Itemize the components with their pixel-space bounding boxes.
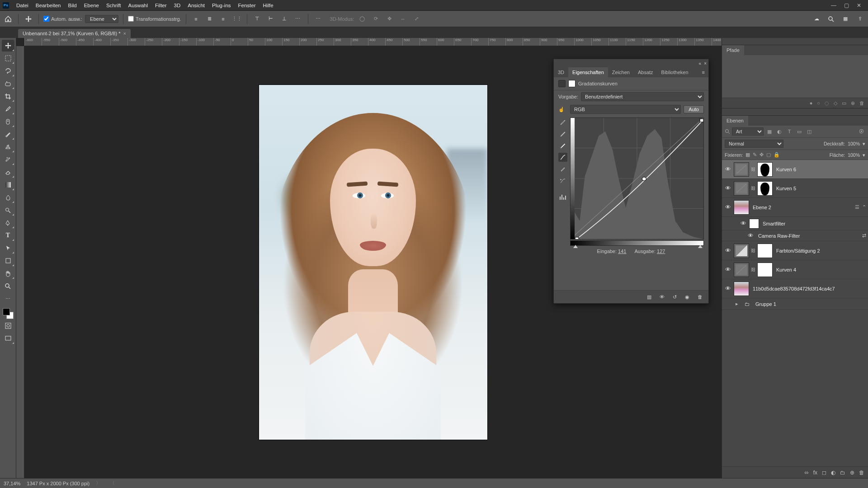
toggle-visibility-icon[interactable]: ◉ xyxy=(683,293,691,300)
vertical-ruler[interactable] xyxy=(16,46,24,478)
delete-path-icon[interactable]: 🗑 xyxy=(859,100,864,106)
auto-select-target[interactable]: Ebene xyxy=(85,15,118,23)
link-icon[interactable]: ⛓ xyxy=(751,248,755,253)
layer-thumbnail[interactable] xyxy=(734,162,749,177)
panel-titlebar[interactable]: « × xyxy=(554,59,708,67)
link-icon[interactable]: ⛓ xyxy=(751,167,755,172)
layer-thumbnail[interactable] xyxy=(734,263,749,277)
gradient-tool[interactable] xyxy=(2,179,14,191)
pan-3d-icon[interactable]: ✥ xyxy=(384,14,395,24)
filter-type-icon[interactable]: T xyxy=(785,128,793,135)
input-value[interactable]: 141 xyxy=(618,249,626,254)
zoom-level[interactable]: 37,14% xyxy=(4,481,20,486)
rectangle-tool[interactable] xyxy=(2,255,14,267)
lock-artboard-icon[interactable]: ▢ xyxy=(766,152,771,158)
hand-tool[interactable] xyxy=(2,267,14,279)
stroke-path-icon[interactable]: ○ xyxy=(817,100,820,106)
layer-name[interactable]: 11b0d5dcae835708d472fd3f14ca4c7 xyxy=(751,286,866,291)
channel-select[interactable]: RGB xyxy=(570,105,681,114)
menu-fenster[interactable]: Fenster xyxy=(235,3,259,8)
crop-tool[interactable] xyxy=(2,90,14,102)
close-button[interactable]: ✕ xyxy=(853,1,865,9)
brush-tool[interactable] xyxy=(2,128,14,140)
pen-tool[interactable] xyxy=(2,217,14,229)
align-bottom-icon[interactable]: ⊥ xyxy=(279,14,290,24)
layer-name[interactable]: Gruppe 1 xyxy=(754,301,866,307)
menu-auswahl[interactable]: Auswahl xyxy=(125,3,151,8)
menu-filter[interactable]: Filter xyxy=(151,3,170,8)
type-tool[interactable]: T xyxy=(2,230,14,241)
layer-row[interactable]: 👁⛓Kurven 6 xyxy=(722,160,868,179)
add-mask-icon[interactable]: ◻ xyxy=(822,469,826,476)
menu-3d[interactable]: 3D xyxy=(170,3,184,8)
menu-datei[interactable]: Datei xyxy=(13,3,32,8)
close-panel-icon[interactable]: × xyxy=(704,61,707,66)
menu-ebene[interactable]: Ebene xyxy=(80,3,103,8)
layer-row[interactable]: 👁Smartfilter xyxy=(722,217,868,230)
chevron-right-icon[interactable]: 〉 xyxy=(96,480,101,487)
link-icon[interactable]: ⛓ xyxy=(751,186,755,191)
reset-icon[interactable]: ↺ xyxy=(670,293,679,300)
lock-all-icon[interactable]: 🔒 xyxy=(774,152,780,158)
visibility-toggle[interactable]: 👁 xyxy=(724,166,732,173)
marquee-tool[interactable] xyxy=(2,52,14,64)
layer-name[interactable]: Kurven 5 xyxy=(774,186,866,191)
layer-mask-thumbnail[interactable] xyxy=(757,244,773,258)
link-icon[interactable]: ⛓ xyxy=(751,267,755,272)
tab-layers[interactable]: Ebenen xyxy=(722,116,748,126)
distribute-v-icon[interactable]: ⋯ xyxy=(292,14,303,24)
chevron-left-icon[interactable]: 〈 xyxy=(110,480,115,487)
layer-style-icon[interactable]: fx xyxy=(813,469,817,476)
chevron-right-icon[interactable]: ▸ xyxy=(734,301,740,307)
visibility-toggle[interactable]: 👁 xyxy=(724,266,732,273)
tab-paragraph[interactable]: Absatz xyxy=(634,67,657,77)
new-path-icon[interactable]: ⊕ xyxy=(851,100,855,106)
dodge-tool[interactable] xyxy=(2,204,14,216)
color-swatches[interactable] xyxy=(3,308,14,319)
curve-point[interactable] xyxy=(700,119,703,122)
smartfilter-mask[interactable] xyxy=(749,219,759,229)
maximize-button[interactable]: ▢ xyxy=(840,1,853,9)
eraser-tool[interactable] xyxy=(2,166,14,178)
filter-blending-icon[interactable]: ⇄ xyxy=(862,233,866,239)
layer-name[interactable]: Camera Raw-Filter xyxy=(756,233,860,239)
layer-name[interactable]: Farbton/Sättigung 2 xyxy=(774,248,866,253)
panel-drag-strip[interactable] xyxy=(722,38,868,45)
new-layer-icon[interactable]: ⊕ xyxy=(850,469,854,476)
sample-black-icon[interactable] xyxy=(558,117,567,127)
preset-select[interactable]: Benutzerdefiniert xyxy=(581,92,704,101)
quick-mask-icon[interactable] xyxy=(2,320,14,332)
new-group-icon[interactable]: 🗀 xyxy=(840,469,845,476)
layer-name[interactable]: Kurven 6 xyxy=(774,167,866,172)
layer-mask-thumbnail[interactable] xyxy=(757,263,773,277)
edit-points-icon[interactable] xyxy=(558,153,567,162)
filter-indicator-icon[interactable]: ☰ xyxy=(855,204,859,210)
edit-toolbar-icon[interactable]: ⋯ xyxy=(2,293,14,305)
make-work-path-icon[interactable]: ◇ xyxy=(834,100,837,106)
foreground-color[interactable] xyxy=(3,308,10,315)
menu-hilfe[interactable]: Hilfe xyxy=(259,3,277,8)
document-info[interactable]: 1347 Px x 2000 Px (300 ppi) xyxy=(27,481,90,486)
align-right-icon[interactable]: ≡ xyxy=(218,14,229,24)
tab-3d[interactable]: 3D xyxy=(554,67,568,77)
filter-kind-select[interactable]: Art xyxy=(732,127,764,136)
close-tab-icon[interactable]: × xyxy=(123,31,126,36)
fill-path-icon[interactable]: ● xyxy=(810,100,813,106)
filter-adjustment-icon[interactable]: ◐ xyxy=(775,128,783,135)
lasso-tool[interactable] xyxy=(2,65,14,77)
filter-shape-icon[interactable]: ▭ xyxy=(795,128,803,135)
layer-thumbnail[interactable] xyxy=(734,244,749,258)
move-tool[interactable] xyxy=(2,40,14,52)
layer-row[interactable]: 👁⛓Farbton/Sättigung 2 xyxy=(722,241,868,260)
layer-row[interactable]: ▸🗀Gruppe 1 xyxy=(722,298,868,310)
auto-select-checkbox[interactable]: Autom. ausw.: xyxy=(43,16,82,22)
layer-name[interactable]: Smartfilter xyxy=(761,221,866,226)
align-left-icon[interactable]: ≡ xyxy=(191,14,202,24)
black-point-handle[interactable] xyxy=(573,245,578,248)
share-icon[interactable]: ⇪ xyxy=(854,14,865,24)
menu-schrift[interactable]: Schrift xyxy=(103,3,125,8)
horizontal-ruler[interactable]: -600-550-500-450-400-350-300-250-200-150… xyxy=(24,38,722,46)
fill-value[interactable]: 100% xyxy=(848,152,860,158)
tab-character[interactable]: Zeichen xyxy=(608,67,634,77)
auto-select-input[interactable] xyxy=(43,16,49,22)
